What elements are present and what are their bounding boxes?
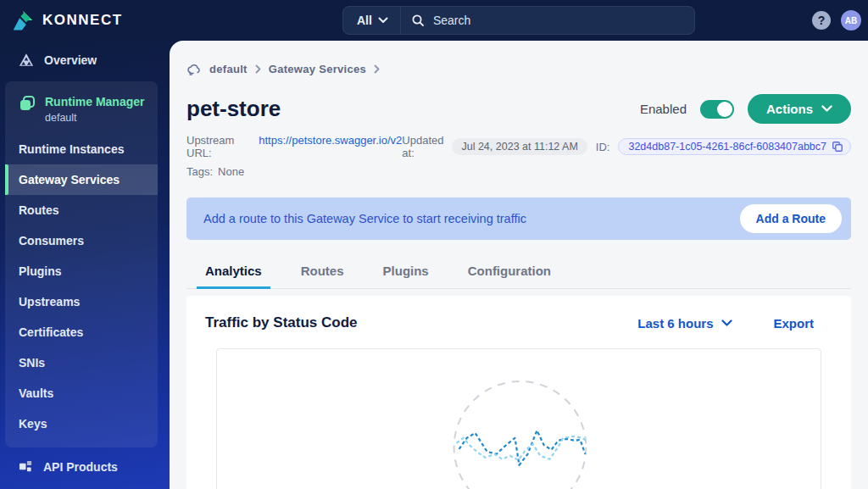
service-id-value: 32d4db87-1c05-4261-86cf-6083407abbc7 (628, 141, 826, 153)
sidebar-item-runtime-instances[interactable]: Runtime Instances (5, 134, 158, 164)
add-route-banner: Add a route to this Gateway Service to s… (186, 197, 851, 240)
updated-at-label: Updated at: (402, 134, 443, 159)
tags-value: None (218, 165, 244, 178)
sparkline-dark (459, 431, 586, 465)
overview-icon (19, 53, 34, 68)
sidebar: Overview Runtime Manager default Runtime… (0, 41, 170, 489)
sidebar-item-keys[interactable]: Keys (5, 408, 158, 439)
chart-loading-illustration (217, 349, 821, 489)
sidebar-item-api-products[interactable]: API Products (0, 447, 170, 486)
sidebar-runtime-manager[interactable]: Runtime Manager default (5, 85, 158, 134)
chevron-down-icon (721, 320, 732, 327)
search-icon (411, 14, 425, 27)
avatar-initials: AB (845, 16, 857, 25)
export-button[interactable]: Export (773, 316, 814, 331)
enabled-toggle[interactable] (700, 100, 734, 119)
sidebar-item-upstreams[interactable]: Upstreams (5, 286, 158, 317)
breadcrumb: default Gateway Services (186, 63, 851, 75)
service-metadata: Upstream URL: https://petstore.swagger.i… (186, 134, 851, 184)
search-input[interactable] (425, 14, 694, 27)
sidebar-item-consumers[interactable]: Consumers (5, 225, 158, 256)
brand[interactable]: KONNECT (0, 9, 170, 31)
sidebar-item-snis[interactable]: SNIs (5, 347, 158, 378)
traffic-chart-area (216, 348, 821, 489)
search-scope-dropdown[interactable]: All (343, 7, 400, 34)
time-range-dropdown[interactable]: Last 6 hours (637, 316, 732, 331)
global-search[interactable]: All (342, 6, 695, 35)
chevron-right-icon (255, 64, 261, 74)
tab-analytics[interactable]: Analytics (203, 257, 264, 288)
topbar-right: ? AB (812, 0, 861, 41)
help-button[interactable]: ? (812, 11, 831, 30)
kong-logo-icon (12, 9, 34, 31)
service-id-badge[interactable]: 32d4db87-1c05-4261-86cf-6083407abbc7 (618, 138, 851, 155)
breadcrumb-default[interactable]: default (209, 63, 248, 75)
sidebar-item-routes[interactable]: Routes (5, 195, 158, 225)
cloud-icon (186, 63, 202, 75)
time-range-label: Last 6 hours (637, 316, 713, 331)
sidebar-item-vaults[interactable]: Vaults (5, 378, 158, 408)
runtime-manager-panel: Runtime Manager default Runtime Instance… (5, 81, 158, 447)
analytics-card: Traffic by Status Code Last 6 hours Expo… (186, 296, 851, 489)
sidebar-item-label: API Products (43, 460, 118, 474)
upstream-url-link[interactable]: https://petstore.swagger.io/v2 (259, 134, 402, 159)
api-products-icon (19, 459, 33, 474)
chart-title: Traffic by Status Code (205, 314, 357, 331)
breadcrumb-gateway-services[interactable]: Gateway Services (269, 63, 366, 75)
sidebar-item-certificates[interactable]: Certificates (5, 317, 158, 347)
search-divider (400, 7, 401, 34)
updated-at-badge: Jul 24, 2023 at 11:12 AM (452, 138, 587, 155)
page-title: pet-store (186, 96, 281, 122)
avatar[interactable]: AB (841, 10, 861, 31)
actions-button[interactable]: Actions (748, 94, 851, 124)
tab-plugins[interactable]: Plugins (381, 257, 431, 288)
tab-configuration[interactable]: Configuration (466, 257, 553, 288)
help-glyph: ? (818, 14, 826, 27)
brand-name: KONNECT (42, 12, 123, 29)
upstream-url-label: Upstream URL: (186, 134, 253, 159)
sidebar-item-plugins[interactable]: Plugins (5, 256, 158, 286)
main-content: default Gateway Services pet-store Enabl… (170, 41, 868, 489)
enabled-label: Enabled (640, 102, 687, 116)
sidebar-item-label: Overview (44, 53, 97, 67)
chevron-right-icon (374, 64, 380, 74)
add-route-button[interactable]: Add a Route (740, 204, 842, 233)
tags-label: Tags: (186, 165, 213, 178)
copy-icon[interactable] (832, 141, 843, 153)
id-label: ID: (596, 141, 610, 153)
runtime-manager-icon (19, 95, 36, 112)
chevron-down-icon (821, 105, 832, 113)
tab-routes[interactable]: Routes (299, 257, 346, 288)
topbar: KONNECT All ? AB (0, 0, 868, 41)
runtime-manager-title: Runtime Manager (45, 95, 144, 109)
banner-text: Add a route to this Gateway Service to s… (203, 212, 526, 225)
sidebar-item-overview[interactable]: Overview (0, 41, 170, 80)
actions-label: Actions (766, 102, 813, 116)
service-tabs: Analytics Routes Plugins Configuration (186, 257, 851, 289)
sidebar-item-gateway-services[interactable]: Gateway Services (5, 164, 158, 195)
runtime-manager-subtitle: default (45, 112, 144, 124)
chevron-down-icon (378, 17, 388, 24)
search-scope-label: All (357, 14, 372, 27)
